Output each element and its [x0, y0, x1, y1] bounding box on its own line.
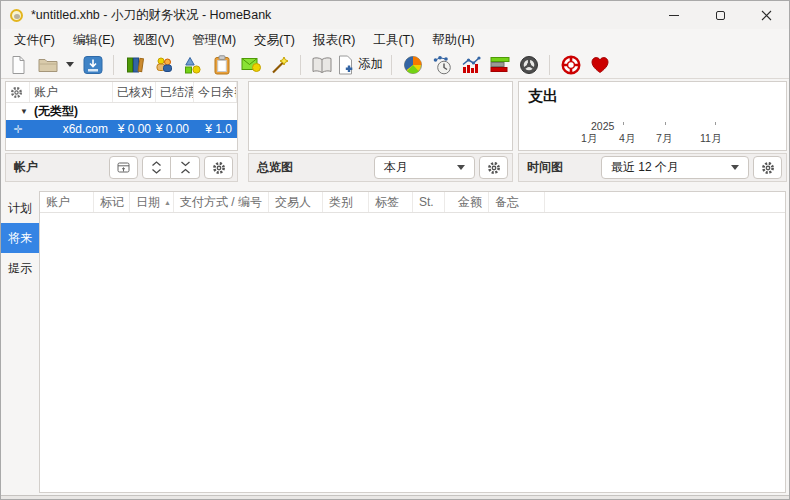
menu-help[interactable]: 帮助(H) — [423, 30, 483, 51]
overview-footer: 总览图 本月 — [248, 153, 513, 182]
chevron-down-icon — [731, 165, 739, 170]
overview-range-value: 本月 — [384, 159, 408, 176]
account-cleared-value: ¥ 0.00 — [156, 122, 194, 136]
report-budget-button[interactable] — [456, 52, 485, 78]
report-statistics-button[interactable] — [398, 52, 427, 78]
group-expander-icon[interactable]: ▼ — [6, 107, 30, 116]
accounts-col-today[interactable]: 今日余额 — [194, 82, 237, 102]
new-file-button[interactable] — [4, 52, 33, 78]
col-date-label: 日期 — [136, 194, 160, 211]
menu-file[interactable]: 文件(F) — [5, 30, 64, 51]
time-range-dropdown[interactable]: 最近 12 个月 — [601, 156, 749, 179]
overview-chart-panel — [248, 81, 513, 151]
transactions-empty-body[interactable] — [40, 213, 785, 493]
overview-footer-label: 总览图 — [253, 159, 293, 176]
menu-manage[interactable]: 管理(M) — [183, 30, 245, 51]
report-trendtime-icon — [432, 55, 452, 75]
col-memo[interactable]: 备忘 — [489, 192, 545, 212]
col-account[interactable]: 账户 — [40, 192, 94, 212]
minimize-button[interactable] — [651, 1, 697, 29]
overview-settings-button[interactable] — [479, 156, 508, 179]
close-button[interactable] — [743, 1, 789, 29]
accounts-settings-column[interactable] — [6, 82, 30, 102]
manage-budget-icon — [213, 55, 231, 75]
menu-reports[interactable]: 报表(R) — [304, 30, 364, 51]
show-ledger-button[interactable] — [307, 52, 336, 78]
toolbar-separator — [549, 55, 550, 75]
manage-templates-button[interactable] — [236, 52, 265, 78]
open-file-icon — [38, 56, 58, 73]
minimize-icon — [669, 15, 679, 16]
account-group-row[interactable]: ▼ (无类型) — [6, 103, 237, 120]
col-tags[interactable]: 标签 — [369, 192, 413, 212]
new-file-icon — [10, 55, 27, 75]
col-payment[interactable]: 支付方式 / 编号 — [174, 192, 269, 212]
maximize-icon — [716, 11, 725, 20]
maximize-button[interactable] — [697, 1, 743, 29]
accounts-footer: 帐户 — [5, 153, 238, 182]
time-settings-button[interactable] — [753, 156, 782, 179]
axis-year-label: 2025 — [591, 120, 614, 132]
transactions-table: 账户 标记 日期 ▲ 支付方式 / 编号 交易人 类别 标签 St. 金额 备忘 — [39, 191, 786, 493]
accounts-col-account[interactable]: 账户 — [30, 82, 113, 102]
expand-collapse-group — [142, 156, 200, 179]
accounts-col-cleared[interactable]: 已结清 — [156, 82, 194, 102]
sidebar-tab-scheduled[interactable]: 计划 — [1, 193, 39, 223]
manage-categories-button[interactable] — [178, 52, 207, 78]
manage-accounts-button[interactable] — [120, 52, 149, 78]
transactions-header-row: 账户 标记 日期 ▲ 支付方式 / 编号 交易人 类别 标签 St. 金额 备忘 — [40, 192, 785, 213]
expand-all-button[interactable] — [142, 156, 171, 179]
add-transaction-button[interactable]: 添加 — [336, 52, 385, 78]
sidebar-tab-future[interactable]: 将来 — [1, 223, 39, 253]
report-vehicle-cost-icon — [519, 55, 539, 75]
toolbar-separator — [113, 55, 114, 75]
menu-view[interactable]: 视图(V) — [124, 30, 184, 51]
save-file-button[interactable] — [78, 52, 107, 78]
col-category[interactable]: 类别 — [323, 192, 369, 212]
help-support-button[interactable] — [556, 52, 585, 78]
collapse-all-icon — [180, 161, 191, 174]
overview-range-dropdown[interactable]: 本月 — [374, 156, 475, 179]
time-footer-label: 时间图 — [523, 159, 563, 176]
col-amount[interactable]: 金额 — [445, 192, 489, 212]
expand-all-icon — [151, 161, 162, 174]
col-flag[interactable]: 标记 — [94, 192, 130, 212]
report-balance-button[interactable] — [485, 52, 514, 78]
axis-month-jan: 1月 — [581, 132, 597, 146]
help-support-icon — [561, 55, 581, 75]
accounts-panel: 账户 已核对 已结清 今日余额 ▼ (无类型) ✛ x6d.com ¥ 0.00… — [5, 81, 238, 151]
account-reconciled-value: ¥ 0.00 — [113, 122, 156, 136]
account-name: x6d.com — [30, 122, 113, 136]
window-controls — [651, 1, 789, 29]
account-row-selected[interactable]: ✛ x6d.com ¥ 0.00 ¥ 0.00 ¥ 1.0 — [6, 120, 237, 138]
gear-icon — [212, 161, 226, 175]
sidebar-tab-remind[interactable]: 提示 — [1, 253, 39, 283]
report-vehicle-cost-button[interactable] — [514, 52, 543, 78]
show-all-accounts-button[interactable] — [109, 156, 138, 179]
toolbar-separator — [391, 55, 392, 75]
open-recent-dropdown-button[interactable] — [62, 52, 78, 78]
manage-budget-button[interactable] — [207, 52, 236, 78]
report-trendtime-button[interactable] — [427, 52, 456, 78]
manage-assignments-button[interactable] — [265, 52, 294, 78]
col-payee[interactable]: 交易人 — [269, 192, 323, 212]
axis-month-apr: 4月 — [619, 132, 635, 146]
menu-transactions[interactable]: 交易(T) — [245, 30, 304, 51]
menu-tools[interactable]: 工具(T) — [364, 30, 423, 51]
axis-month-nov: 11月 — [700, 132, 721, 146]
menu-edit[interactable]: 编辑(E) — [64, 30, 124, 51]
sort-ascending-icon: ▲ — [164, 199, 171, 206]
donate-button[interactable] — [585, 52, 614, 78]
axis-tick — [715, 122, 716, 125]
show-ledger-icon — [311, 56, 333, 74]
open-file-button[interactable] — [33, 52, 62, 78]
account-today-value: ¥ 1.0 — [194, 122, 237, 136]
col-filler — [545, 192, 785, 212]
col-status[interactable]: St. — [413, 192, 445, 212]
accounts-col-reconciled[interactable]: 已核对 — [113, 82, 156, 102]
menubar: 文件(F) 编辑(E) 视图(V) 管理(M) 交易(T) 报表(R) 工具(T… — [1, 29, 789, 51]
collapse-all-button[interactable] — [171, 156, 200, 179]
manage-payees-button[interactable] — [149, 52, 178, 78]
col-date[interactable]: 日期 ▲ — [130, 192, 174, 212]
accounts-settings-button[interactable] — [204, 156, 233, 179]
